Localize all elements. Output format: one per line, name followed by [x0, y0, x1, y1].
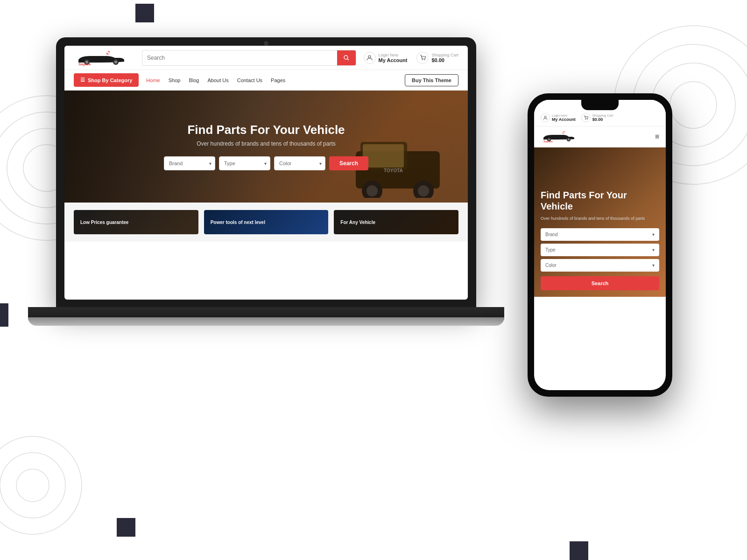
type-dropdown[interactable]: Type: [219, 156, 270, 170]
hero-search-button[interactable]: Search: [329, 156, 368, 170]
deco-square-1: [135, 4, 154, 22]
phone-screen: Login here My Account: [534, 100, 666, 390]
shopping-cart-icon: [420, 55, 426, 61]
header-search-input[interactable]: [142, 55, 337, 61]
site-header: Sayara: [64, 46, 468, 70]
svg-point-14: [114, 61, 117, 63]
phone-account-label: My Account: [552, 117, 576, 122]
svg-point-31: [587, 119, 588, 120]
header-search-button[interactable]: [337, 50, 356, 66]
phone-hero: Find Parts For Your Vehicle Over hundred…: [534, 147, 666, 297]
svg-point-29: [544, 116, 546, 118]
feature-card-3[interactable]: For Any Vehicle: [334, 210, 458, 234]
search-icon: [344, 55, 349, 61]
laptop-camera: [264, 41, 268, 46]
phone-color-dropdown[interactable]: Color ▾: [541, 259, 659, 272]
hero-search-bar: Brand Type Color Search: [164, 156, 368, 170]
user-icon: [366, 55, 373, 61]
nav-link-shop[interactable]: Shop: [169, 77, 181, 83]
nav-link-about[interactable]: About Us: [207, 77, 228, 83]
phone-brand-dropdown[interactable]: Brand ▾: [541, 228, 659, 241]
nav-link-pages[interactable]: Pages: [271, 77, 285, 83]
svg-text:Sayara: Sayara: [78, 62, 91, 66]
svg-point-7: [670, 82, 717, 128]
cart-value: $0.00: [431, 57, 458, 63]
phone-cart-value: $0.00: [592, 117, 603, 122]
login-hint: Login here: [379, 53, 408, 57]
laptop-screen: Sayara: [64, 46, 468, 300]
nav-link-blog[interactable]: Blog: [189, 77, 199, 83]
deco-square-3: [0, 303, 8, 327]
category-button[interactable]: ☰ Shop By Category: [74, 73, 139, 87]
phone-cart-icon: [581, 113, 591, 122]
phone-search-group: Brand ▾ Type ▾ Color ▾ Search: [541, 228, 659, 290]
phone-color-label: Color: [545, 263, 557, 268]
phone-hero-subtitle: Over hundreds of brands and tens of thou…: [541, 216, 659, 222]
phone-account-cart: Login here My Account: [541, 113, 613, 122]
category-button-label: Shop By Category: [88, 77, 132, 83]
hero-section: TOYOTA Find Parts For Your Vehicle Over …: [64, 91, 468, 203]
svg-point-30: [585, 119, 586, 120]
svg-point-35: [568, 139, 570, 140]
account-item[interactable]: Login here My Account: [364, 52, 408, 64]
feature-label-2: Power tools of next level: [211, 220, 265, 225]
nav-link-home[interactable]: Home: [146, 77, 160, 83]
svg-text:TOYOTA: TOYOTA: [384, 168, 403, 173]
phone-notch: [581, 100, 619, 110]
account-label: My Account: [379, 57, 408, 63]
phone-type-chevron: ▾: [652, 247, 655, 252]
nav-link-contact[interactable]: Contact Us: [237, 77, 262, 83]
laptop-body: Sayara: [56, 37, 476, 308]
svg-line-17: [347, 59, 349, 60]
phone-hamburger-icon[interactable]: ≡: [655, 133, 659, 141]
brand-dropdown[interactable]: Brand: [164, 156, 215, 170]
phone-login-hint: Login here: [552, 114, 576, 117]
logo-svg: Sayara: [74, 49, 130, 66]
buy-theme-button[interactable]: Buy This Theme: [405, 74, 458, 86]
svg-point-25: [366, 185, 378, 196]
hero-subtitle: Over hundreds of brands and tens of thou…: [197, 140, 336, 147]
feature-label-1: Low Prices guarantee: [80, 220, 128, 225]
type-dropdown-wrapper: Type: [219, 156, 270, 170]
account-icon: [364, 52, 376, 64]
user-icon-phone: [543, 115, 548, 120]
phone-type-label: Type: [545, 247, 556, 252]
phone-logo-area: Sayara: [541, 130, 578, 143]
phone-device: Login here My Account: [528, 93, 672, 397]
site-nav: ☰ Shop By Category Home Shop Blog About …: [64, 70, 468, 91]
phone-cart-item[interactable]: Shopping Cart $0.00: [581, 113, 613, 122]
cart-icon: [416, 52, 429, 64]
feature-section: Low Prices guarantee Power tools of next…: [64, 203, 468, 242]
cart-hint: Shopping Cart: [431, 53, 458, 57]
deco-square-4: [117, 518, 135, 537]
color-dropdown[interactable]: Color: [274, 156, 325, 170]
svg-text:Sayara: Sayara: [543, 140, 553, 143]
phone-brand-label: Brand: [545, 232, 558, 237]
phone-search-button[interactable]: Search: [541, 276, 659, 290]
feature-label-3: For Any Vehicle: [340, 220, 375, 225]
header-search-bar[interactable]: [142, 50, 356, 66]
cart-icon-phone: [584, 115, 588, 120]
phone-body: Login here My Account: [528, 93, 672, 397]
svg-point-9: [0, 453, 65, 518]
svg-point-16: [344, 56, 348, 59]
deco-square-5: [570, 541, 588, 560]
svg-point-18: [368, 56, 371, 58]
svg-point-27: [418, 185, 429, 196]
brand-dropdown-wrapper: Brand: [164, 156, 215, 170]
hamburger-icon: ☰: [80, 77, 85, 83]
phone-logo-svg: Sayara: [541, 130, 578, 143]
svg-point-19: [422, 59, 423, 60]
phone-account-item[interactable]: Login here My Account: [541, 113, 576, 122]
cart-item[interactable]: Shopping Cart $0.00: [416, 52, 458, 64]
nav-links: Home Shop Blog About Us Contact Us Pages: [146, 77, 405, 83]
svg-rect-23: [363, 144, 404, 168]
account-cart-area: Login here My Account: [364, 52, 458, 64]
phone-type-dropdown[interactable]: Type ▾: [541, 244, 659, 256]
feature-card-1[interactable]: Low Prices guarantee: [74, 210, 198, 234]
logo-area: Sayara: [74, 49, 134, 66]
phone-nav-row: Sayara ≡: [534, 126, 666, 147]
laptop-foot: [28, 317, 504, 326]
feature-card-2[interactable]: Power tools of next level: [204, 210, 329, 234]
color-dropdown-wrapper: Color: [274, 156, 325, 170]
